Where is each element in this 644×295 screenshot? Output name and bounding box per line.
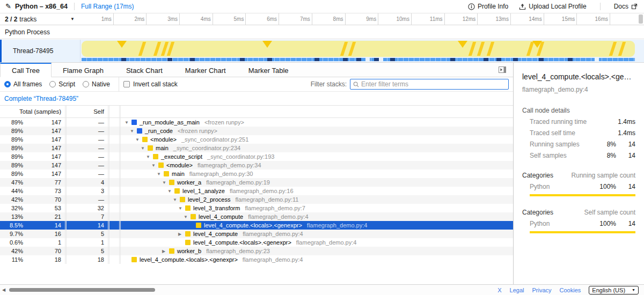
ruler-tick: 16ms — [577, 13, 610, 25]
category-row: Python100%14 — [530, 220, 635, 227]
complete-thread-link[interactable]: Complete “Thread-78495” — [4, 95, 78, 102]
collapse-arrow-icon[interactable]: ▼ — [178, 206, 185, 211]
horizontal-scrollbar-thumb[interactable] — [9, 288, 155, 292]
total-samples-cell: 21 — [26, 213, 64, 220]
category-square-icon — [131, 257, 137, 262]
docs-button[interactable]: Docs — [614, 3, 638, 10]
invert-call-stack-checkbox[interactable] — [123, 81, 130, 87]
call-tree-row[interactable]: 89%147—▼<module>_sync_coordinator.py:251 — [0, 135, 513, 144]
call-tree-row[interactable]: 89%147—▼_execute_script_sync_coordinator… — [0, 152, 513, 161]
column-divider — [65, 255, 67, 264]
call-tree-row[interactable]: 13%217▼level_4_computeflamegraph_demo.py… — [0, 212, 513, 221]
collapse-arrow-icon[interactable]: ▼ — [184, 215, 191, 219]
sidebar-toggle-button[interactable] — [499, 67, 506, 73]
column-divider — [108, 230, 109, 238]
indent-spacer — [125, 165, 151, 166]
header-divider — [74, 3, 75, 10]
call-tree-row[interactable]: 32%5332▼level_3_transformflamegraph_demo… — [0, 204, 513, 212]
process-track-row[interactable]: Python Process — [0, 26, 644, 39]
call-tree-row[interactable]: 8.5%1414level_4_compute.<locals>.<genexp… — [0, 221, 513, 230]
file-location: flamegraph_demo.py:30 — [189, 171, 253, 177]
collapse-arrow-icon[interactable]: ▼ — [130, 129, 137, 134]
collapse-arrow-icon[interactable]: ▼ — [125, 120, 131, 125]
column-divider[interactable] — [119, 106, 121, 117]
expand-arrow-icon[interactable]: ▶ — [162, 249, 169, 254]
detail-value: 1.4ms — [616, 118, 635, 126]
call-tree-row[interactable]: 89%147—▼_run_module_as_main<frozen runpy… — [0, 118, 513, 127]
full-range-button[interactable]: Full Range (17ms) — [81, 3, 134, 10]
ruler-tick: 15ms — [544, 13, 577, 25]
profile-info-button[interactable]: Profile Info — [468, 3, 508, 10]
self-samples-cell: 5 — [67, 248, 107, 254]
detail-label: Traced self time — [530, 129, 592, 137]
cpu-activity-band[interactable] — [82, 41, 635, 57]
collapse-arrow-icon[interactable]: ▼ — [173, 197, 180, 202]
footer-link-cookies[interactable]: Cookies — [560, 287, 581, 293]
column-divider — [119, 195, 121, 204]
marker-triangle-icon — [458, 41, 467, 48]
indent-spacer — [125, 131, 130, 131]
ruler-tick: 1ms — [80, 13, 114, 25]
collapse-arrow-icon[interactable]: ▼ — [162, 180, 169, 185]
vertical-scrollbar-thumb[interactable] — [639, 14, 643, 24]
ruler-cells: 1ms2ms3ms4ms5ms6ms7ms8ms9ms10ms11ms12ms1… — [80, 13, 644, 25]
tab-flame-graph[interactable]: Flame Graph — [52, 63, 115, 77]
footer-link-legal[interactable]: Legal — [510, 287, 524, 293]
sample-gap — [595, 58, 599, 61]
thread-track-label[interactable]: Thread-78495 — [2, 40, 80, 62]
call-tree-row[interactable]: 42%70—▼level_2_processflamegraph_demo.py… — [0, 195, 513, 204]
thread-track-row[interactable]: Thread-78495 — [0, 40, 644, 63]
total-samples-cell: 77 — [26, 179, 64, 186]
call-tree-row[interactable]: 44%733▼level_1_analyzeflamegraph_demo.py… — [0, 187, 513, 195]
collapse-arrow-icon[interactable]: ▼ — [157, 172, 164, 176]
profile-title[interactable]: Python – x86_64 — [15, 3, 68, 10]
footer-link-x[interactable]: X — [497, 287, 501, 293]
collapse-arrow-icon[interactable]: ▼ — [151, 163, 158, 168]
call-tree-row[interactable]: 0.6%11level_4_compute.<locals>.<genexpr>… — [0, 238, 513, 247]
call-tree-row[interactable]: 11%1818level_4_compute.<locals>.<genexpr… — [0, 255, 513, 264]
call-tree-row[interactable]: 89%147—▼<module>flamegraph_demo.py:34 — [0, 161, 513, 169]
collapse-arrow-icon[interactable]: ▼ — [146, 154, 153, 159]
call-tree-row[interactable]: 89%147—▼main_sync_coordinator.py:234 — [0, 144, 513, 152]
frame-filter-radio-all-frames[interactable]: All frames — [4, 80, 42, 88]
self-column-header[interactable]: Self — [67, 108, 107, 115]
sample-strip[interactable] — [82, 58, 635, 61]
total-percent-cell: 11% — [0, 256, 26, 263]
tab-call-tree[interactable]: Call Tree — [0, 63, 52, 77]
column-divider — [119, 187, 121, 195]
search-icon — [353, 82, 359, 87]
column-divider[interactable] — [108, 106, 109, 117]
frame-filter-radio-native[interactable]: Native — [83, 80, 110, 88]
file-location: flamegraph_demo.py:4 — [248, 213, 309, 220]
tab-marker-table[interactable]: Marker Table — [237, 63, 300, 77]
collapse-arrow-icon[interactable]: ▼ — [135, 137, 142, 142]
edit-profile-name-icon[interactable]: ✎ — [5, 2, 11, 10]
file-location: flamegraph_demo.py:34 — [197, 162, 261, 168]
tab-marker-chart[interactable]: Marker Chart — [174, 63, 237, 77]
frame-filter-radio-script[interactable]: Script — [49, 80, 75, 88]
call-tree-row[interactable]: 89%147—▼_run_code<frozen runpy> — [0, 127, 513, 135]
call-tree-row[interactable]: 9.7%165▶level_4_computeflamegraph_demo.p… — [0, 230, 513, 238]
call-tree-row[interactable]: 89%147—▼mainflamegraph_demo.py:30 — [0, 169, 513, 178]
expand-arrow-icon[interactable]: ▶ — [178, 232, 185, 237]
filter-input[interactable] — [361, 80, 506, 88]
tracks-dropdown[interactable]: 2 / 2 tracks ▼ — [0, 13, 80, 25]
collapse-arrow-icon[interactable]: ▼ — [167, 189, 174, 194]
docs-label: Docs — [614, 3, 628, 10]
tab-stack-chart[interactable]: Stack Chart — [115, 63, 174, 77]
language-select[interactable]: English (US) ▼ — [589, 286, 639, 294]
scroll-left-arrow-icon[interactable]: ◀ — [2, 287, 5, 292]
call-tree-row[interactable]: 47%774▼worker_aflamegraph_demo.py:19 — [0, 178, 513, 187]
total-samples-column-header[interactable]: Total (samples) — [0, 108, 64, 115]
upload-local-profile-button[interactable]: Upload Local Profile — [519, 3, 586, 10]
indent-spacer — [125, 191, 167, 191]
footer-link-privacy[interactable]: Privacy — [532, 287, 552, 293]
filter-area: Filter stacks: — [311, 79, 509, 90]
indent-spacer — [125, 217, 184, 217]
column-divider[interactable] — [65, 106, 67, 117]
marker-slash-icon — [487, 42, 494, 56]
call-tree-row[interactable]: 42%705▶worker_bflamegraph_demo.py:23 — [0, 247, 513, 255]
upload-icon — [519, 3, 526, 10]
collapse-arrow-icon[interactable]: ▼ — [141, 146, 148, 151]
radio-icon — [49, 81, 56, 87]
